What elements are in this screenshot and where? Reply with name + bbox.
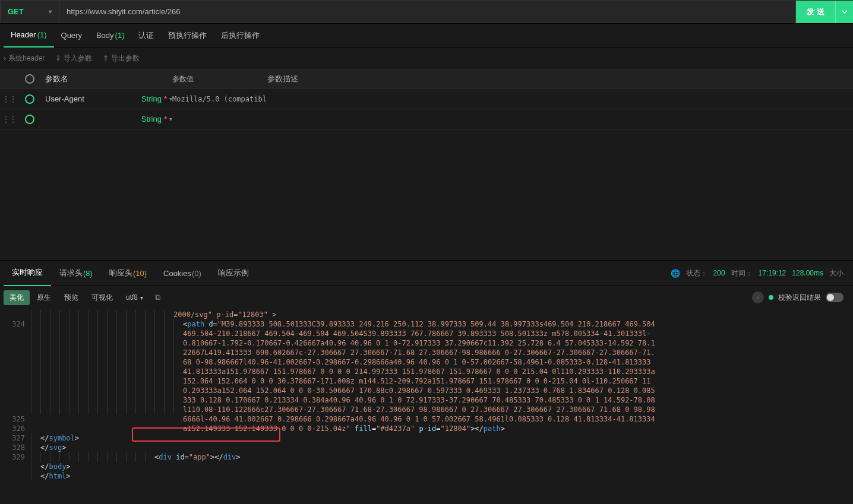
view-mode-可视化[interactable]: 可视化 xyxy=(86,290,119,305)
response-body-code[interactable]: 324325326327328329 2000/svg" p-id="12803… xyxy=(0,309,853,481)
response-time: 17:19:12 xyxy=(759,269,786,277)
upload-icon: ⇑ xyxy=(103,54,109,62)
tab-认证[interactable]: 认证 xyxy=(131,24,161,47)
download-icon: ⇓ xyxy=(55,54,61,62)
globe-icon: 🌐 xyxy=(671,269,680,278)
column-header-value: 参数值 xyxy=(172,74,267,84)
status-dot-icon xyxy=(769,295,773,300)
chevron-right-icon: › xyxy=(4,54,6,62)
table-row: ⋮⋮ String*▾ xyxy=(0,109,853,129)
tab-body[interactable]: Body (1) xyxy=(89,24,132,47)
export-params-button[interactable]: ⇑ 导出参数 xyxy=(103,53,140,64)
table-row: ⋮⋮ User-Agent String*▾ Mozilla/5.0 (comp… xyxy=(0,89,853,109)
chevron-down-icon: ▾ xyxy=(49,8,52,15)
view-mode-预览[interactable]: 预览 xyxy=(58,290,84,305)
chevron-down-icon xyxy=(842,9,848,15)
tab-header[interactable]: Header (1) xyxy=(4,24,54,47)
response-size-label: 大小 xyxy=(829,268,843,278)
select-all-checkbox[interactable] xyxy=(25,74,34,84)
param-name-input[interactable]: User-Agent xyxy=(45,94,84,103)
send-split-dropdown[interactable] xyxy=(835,1,853,23)
response-tab-请求头[interactable]: 请求头(8) xyxy=(51,260,101,286)
view-mode-原生[interactable]: 原生 xyxy=(31,290,57,305)
system-header-toggle[interactable]: › 系统header xyxy=(4,53,45,64)
status-code: 200 xyxy=(713,269,725,277)
expand-icon[interactable]: › xyxy=(752,291,764,303)
tab-预执行操作[interactable]: 预执行操作 xyxy=(161,24,214,47)
drag-handle-icon[interactable]: ⋮⋮ xyxy=(2,115,16,124)
encoding-select[interactable]: utf8 ▾ xyxy=(121,291,148,304)
column-header-name: 参数名 xyxy=(42,74,172,84)
http-method-select[interactable]: GET ▾ xyxy=(0,1,59,23)
param-value-input[interactable]: Mozilla/5.0 (compatibl xyxy=(172,95,267,103)
send-button-label: 发 送 xyxy=(796,7,835,17)
chevron-down-icon[interactable]: ▾ xyxy=(169,116,172,122)
chevron-down-icon: ▾ xyxy=(140,294,143,301)
send-button[interactable]: 发 送 xyxy=(796,1,853,23)
view-mode-美化[interactable]: 美化 xyxy=(4,290,30,305)
tab-query[interactable]: Query xyxy=(54,24,89,47)
verify-result-label: 校验返回结果 xyxy=(778,293,821,303)
tab-后执行操作[interactable]: 后执行操作 xyxy=(214,24,267,47)
import-params-button[interactable]: ⇓ 导入参数 xyxy=(55,53,92,64)
row-checkbox[interactable] xyxy=(25,94,34,104)
response-duration: 128.00ms xyxy=(792,269,823,277)
table-header: 参数名 参数值 参数描述 xyxy=(0,69,853,89)
headers-table: 参数名 参数值 参数描述 ⋮⋮ User-Agent String*▾ Mozi… xyxy=(0,69,853,129)
drag-handle-icon[interactable]: ⋮⋮ xyxy=(2,94,16,104)
http-method-label: GET xyxy=(8,7,24,16)
response-status-bar: 🌐 状态： 200 时间： 17:19:12 128.00ms 大小 xyxy=(671,268,849,278)
copy-icon[interactable]: ⧉ xyxy=(155,293,160,302)
verify-toggle[interactable] xyxy=(826,293,843,302)
column-header-desc: 参数描述 xyxy=(267,74,853,84)
response-tab-响应头[interactable]: 响应头(10) xyxy=(101,260,155,286)
row-checkbox[interactable] xyxy=(25,115,34,124)
response-tab-响应示例[interactable]: 响应示例 xyxy=(210,260,257,286)
response-tab-实时响应[interactable]: 实时响应 xyxy=(4,260,51,286)
response-tab-Cookies[interactable]: Cookies(0) xyxy=(155,260,210,286)
url-input[interactable] xyxy=(59,1,796,23)
